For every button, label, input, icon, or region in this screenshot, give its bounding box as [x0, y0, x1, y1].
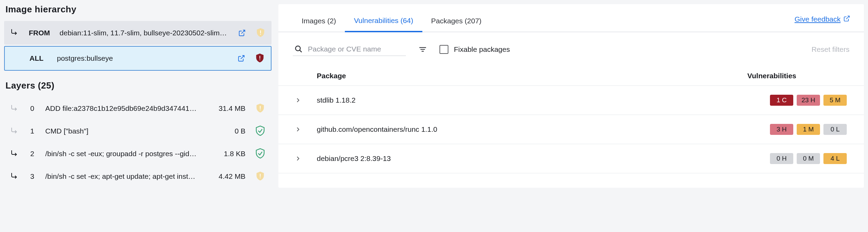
tab-packages[interactable]: Packages (207): [422, 13, 491, 31]
hierarchy-row[interactable]: FROM debian:11-slim, 11.7-slim, bullseye…: [4, 21, 272, 45]
indent-arrow-icon: [10, 104, 19, 114]
svg-rect-1: [260, 30, 261, 33]
search-wrap[interactable]: [293, 43, 406, 56]
fixable-label: Fixable packages: [454, 45, 510, 54]
svg-line-3: [241, 56, 244, 59]
layer-size: 0 B: [208, 127, 245, 135]
tab-images[interactable]: Images (2): [293, 13, 345, 31]
layer-command: CMD ["bash"]: [45, 127, 198, 135]
layer-command: /bin/sh -c set -ex; apt-get update; apt-…: [45, 172, 198, 181]
filter-icon[interactable]: [418, 45, 427, 54]
indent-arrow-icon: [10, 126, 19, 136]
hierarchy-title: Image hierarchy: [4, 0, 272, 21]
shield-icon: [255, 126, 265, 136]
search-icon: [294, 45, 303, 54]
severity-badge: 0 L: [823, 124, 847, 135]
header-package: Package: [317, 72, 747, 80]
chevron-right-icon[interactable]: [295, 155, 302, 162]
layer-index: 0: [29, 104, 36, 113]
layer-size: 1.8 KB: [208, 150, 245, 158]
severity-badge: 0 H: [770, 153, 793, 164]
tab-vulnerabilities[interactable]: Vulnerabilities (64): [345, 13, 422, 32]
severity-badge: 1 C: [770, 95, 793, 106]
shield-icon: [255, 171, 265, 182]
external-link-icon: [843, 15, 850, 24]
hierarchy-row[interactable]: ALL postgres:bullseye: [4, 46, 272, 71]
package-table-body: stdlib 1.18.2 1 C23 H5 M github.com/open…: [278, 86, 864, 173]
vulnerability-badges: 1 C23 H5 M: [770, 95, 847, 106]
hierarchy-tag: FROM: [29, 29, 50, 37]
shield-icon: [255, 54, 265, 63]
svg-line-0: [241, 30, 245, 33]
layer-row[interactable]: 2 /bin/sh -c set -eux; groupadd -r postg…: [4, 142, 272, 165]
layer-index: 2: [29, 150, 36, 158]
layers-title: Layers (25): [4, 71, 272, 97]
svg-rect-2: [260, 34, 261, 35]
hierarchy-list: FROM debian:11-slim, 11.7-slim, bullseye…: [4, 21, 272, 71]
severity-badge: 0 M: [797, 153, 820, 164]
table-header: Package Vulnerabilities: [278, 66, 864, 86]
package-name: debian/pcre3 2:8.39-13: [317, 154, 770, 163]
tabs-bar: Images (2) Vulnerabilities (64) Packages…: [278, 4, 864, 32]
hierarchy-text: debian:11-slim, 11.7-slim, bullseye-2023…: [60, 29, 228, 37]
layer-size: 4.42 MB: [208, 172, 245, 181]
package-name: github.com/opencontainers/runc 1.1.0: [317, 125, 770, 134]
shield-icon: [255, 103, 265, 114]
indent-arrow-icon: [10, 172, 19, 182]
layer-row[interactable]: 3 /bin/sh -c set -ex; apt-get update; ap…: [4, 165, 272, 188]
layer-size: 31.4 MB: [208, 104, 245, 113]
layer-row[interactable]: 0 ADD file:a2378c1b12e95db69e24b9d347441…: [4, 97, 272, 120]
indent-arrow-icon: [10, 149, 19, 159]
fixable-checkbox[interactable]: [439, 45, 448, 54]
search-input[interactable]: [308, 45, 405, 53]
chevron-right-icon[interactable]: [295, 97, 302, 104]
shield-icon: [255, 149, 265, 159]
svg-rect-9: [260, 177, 261, 178]
severity-badge: 1 M: [797, 124, 820, 135]
package-row[interactable]: stdlib 1.18.2 1 C23 H5 M: [278, 86, 864, 115]
severity-badge: 3 H: [770, 124, 793, 135]
shield-icon: [256, 28, 265, 38]
indent-arrow-icon: [10, 28, 19, 38]
package-name: stdlib 1.18.2: [317, 96, 770, 104]
svg-point-11: [296, 46, 300, 51]
layers-list: 0 ADD file:a2378c1b12e95db69e24b9d347441…: [4, 97, 272, 188]
hierarchy-text: postgres:bullseye: [57, 54, 228, 62]
layer-index: 1: [29, 127, 36, 135]
chevron-right-icon[interactable]: [295, 126, 302, 133]
svg-rect-4: [260, 56, 260, 59]
svg-rect-6: [260, 106, 261, 109]
layer-command: ADD file:a2378c1b12e95db69e24b9d34744167…: [45, 104, 198, 113]
svg-rect-8: [260, 174, 261, 177]
package-row[interactable]: debian/pcre3 2:8.39-13 0 H0 M4 L: [278, 144, 864, 173]
svg-line-10: [846, 16, 849, 19]
reset-filters-button[interactable]: Reset filters: [811, 45, 849, 54]
package-row[interactable]: github.com/opencontainers/runc 1.1.0 3 H…: [278, 115, 864, 144]
layer-command: /bin/sh -c set -eux; groupadd -r postgre…: [45, 150, 198, 158]
severity-badge: 4 L: [823, 153, 847, 164]
external-link-icon[interactable]: [238, 29, 246, 37]
svg-rect-7: [260, 109, 261, 110]
vulnerability-badges: 3 H1 M0 L: [770, 124, 847, 135]
svg-rect-5: [260, 59, 260, 60]
layer-index: 3: [29, 172, 36, 181]
filter-bar: Fixable packages Reset filters: [278, 32, 864, 66]
header-vulnerabilities: Vulnerabilities: [747, 72, 847, 80]
severity-badge: 23 H: [797, 95, 820, 106]
give-feedback-link[interactable]: Give feedback: [795, 15, 850, 30]
svg-line-12: [300, 50, 302, 52]
severity-badge: 5 M: [823, 95, 847, 106]
external-link-icon[interactable]: [237, 54, 245, 62]
hierarchy-tag: ALL: [29, 54, 47, 62]
feedback-label: Give feedback: [795, 15, 841, 23]
vulnerability-badges: 0 H0 M4 L: [770, 153, 847, 164]
layer-row[interactable]: 1 CMD ["bash"] 0 B: [4, 120, 272, 142]
